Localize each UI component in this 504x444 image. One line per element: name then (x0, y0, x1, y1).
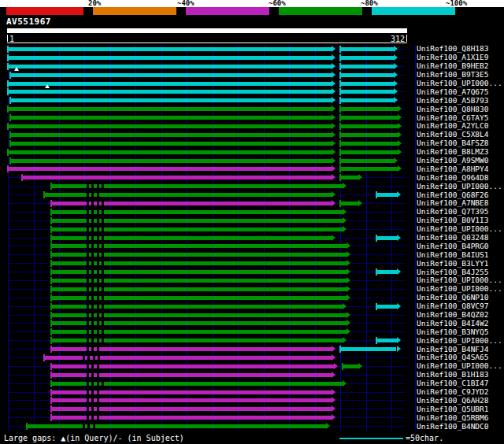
alignment-segment[interactable] (51, 296, 346, 300)
uniref-label[interactable]: UniRef100_B1H183 (417, 371, 489, 379)
alignment-segment[interactable] (376, 339, 397, 342)
uniref-label[interactable]: UniRef100_Q68F26 (417, 191, 489, 199)
alignment-segment[interactable] (8, 56, 332, 60)
uniref-label[interactable]: UniRef100_C9JYD2 (417, 388, 489, 396)
alignment-segment[interactable] (10, 116, 331, 120)
alignment-segment[interactable] (340, 107, 398, 111)
alignment-segment[interactable] (8, 65, 332, 68)
uniref-label[interactable]: UniRef100_Q7T395 (417, 208, 489, 216)
alignment-segment[interactable] (51, 184, 343, 188)
alignment-segment[interactable] (51, 287, 346, 291)
uniref-label[interactable]: UniRef100_B4IUS1 (417, 251, 489, 259)
alignment-segment[interactable] (10, 73, 331, 77)
alignment-segment[interactable] (340, 142, 398, 146)
uniref-label[interactable]: UniRef100_Q5RBM6 (417, 414, 489, 422)
uniref-label[interactable]: UniRef100_C1BI47 (417, 379, 489, 387)
uniref-label[interactable]: UniRef100_UPI000... (417, 276, 502, 284)
uniref-label[interactable]: UniRef100_Q8VC97 (417, 302, 489, 310)
alignment-segment[interactable] (340, 202, 358, 205)
alignment-segment[interactable] (8, 47, 332, 51)
alignment-segment[interactable] (8, 82, 332, 86)
uniref-label[interactable]: UniRef100_Q5UBR1 (417, 405, 489, 413)
uniref-label[interactable]: UniRef100_A1X1E9 (417, 54, 489, 61)
alignment-segment[interactable] (340, 124, 398, 128)
alignment-segment[interactable] (51, 210, 343, 214)
uniref-label[interactable]: UniRef100_Q4SA65 (417, 353, 489, 361)
uniref-label[interactable]: UniRef100_Q8H183 (417, 45, 489, 53)
alignment-segment[interactable] (340, 65, 394, 68)
uniref-label[interactable]: UniRef100_C5X8L4 (417, 131, 489, 139)
uniref-label[interactable]: UniRef100_Q03248 (417, 234, 489, 242)
alignment-segment[interactable] (22, 176, 332, 179)
alignment-segment[interactable] (340, 98, 394, 102)
alignment-segment[interactable] (51, 313, 346, 317)
alignment-segment[interactable] (376, 270, 397, 274)
alignment-segment[interactable] (51, 253, 346, 257)
alignment-segment[interactable] (51, 219, 343, 223)
alignment-segment[interactable] (51, 330, 346, 334)
alignment-segment[interactable] (340, 347, 396, 351)
alignment-segment[interactable] (8, 90, 332, 94)
alignment-segment[interactable] (10, 142, 331, 146)
alignment-segment[interactable] (44, 356, 332, 360)
uniref-label[interactable]: UniRef100_Q964D8 (417, 174, 489, 182)
uniref-label[interactable]: UniRef100_B8LMZ3 (417, 148, 489, 156)
alignment-segment[interactable] (51, 382, 343, 386)
alignment-segment[interactable] (8, 107, 332, 111)
uniref-label[interactable]: UniRef100_B4NFJ4 (417, 346, 489, 353)
alignment-segment[interactable] (10, 98, 331, 102)
uniref-label[interactable]: UniRef100_Q6AH28 (417, 397, 489, 405)
uniref-label[interactable]: UniRef100_A7Q675 (417, 88, 489, 96)
alignment-segment[interactable] (51, 321, 346, 325)
alignment-segment[interactable] (10, 159, 331, 163)
alignment-segment[interactable] (8, 167, 332, 171)
uniref-label[interactable]: UniRef100_B9HEB2 (417, 62, 489, 70)
alignment-segment[interactable] (51, 270, 346, 274)
uniref-label[interactable]: UniRef100_UPI000... (417, 285, 502, 293)
uniref-label[interactable]: UniRef100_A5B793 (417, 97, 489, 105)
alignment-segment[interactable] (340, 56, 394, 60)
alignment-segment[interactable] (340, 90, 394, 94)
alignment-segment[interactable] (343, 364, 358, 368)
alignment-segment[interactable] (10, 133, 331, 137)
uniref-label[interactable]: UniRef100_B4J255 (417, 268, 489, 276)
alignment-segment[interactable] (376, 305, 397, 309)
uniref-label[interactable]: UniRef100_B3NYQ5 (417, 328, 489, 336)
uniref-label[interactable]: UniRef100_B4I4W2 (417, 320, 489, 327)
alignment-segment[interactable] (376, 193, 397, 197)
uniref-label[interactable]: UniRef100_UPI000... (417, 337, 502, 345)
alignment-segment[interactable] (51, 261, 346, 265)
alignment-segment[interactable] (340, 82, 394, 86)
alignment-segment[interactable] (376, 236, 397, 240)
alignment-segment[interactable] (51, 228, 343, 231)
alignment-segment[interactable] (8, 124, 332, 128)
uniref-label[interactable]: UniRef100_B4QZ02 (417, 311, 489, 319)
uniref-label[interactable]: UniRef100_A2YLC0 (417, 122, 489, 130)
alignment-segment[interactable] (340, 116, 398, 120)
uniref-label[interactable]: UniRef100_B4NDC0 (417, 423, 489, 431)
alignment-segment[interactable] (340, 159, 394, 163)
uniref-label[interactable]: UniRef100_UPI000... (417, 80, 502, 87)
uniref-label[interactable]: UniRef100_A8HPY4 (417, 165, 489, 173)
uniref-label[interactable]: UniRef100_Q6NP10 (417, 294, 489, 302)
uniref-label[interactable]: UniRef100_UPI000... (417, 362, 502, 370)
alignment-segment[interactable] (340, 47, 394, 51)
uniref-label[interactable]: UniRef100_B0V1I3 (417, 216, 489, 224)
alignment-segment[interactable] (340, 73, 394, 77)
uniref-label[interactable]: UniRef100_B4FSZ8 (417, 139, 489, 147)
uniref-label[interactable]: UniRef100_B3LYY1 (417, 260, 489, 268)
alignment-segment[interactable] (340, 167, 398, 171)
uniref-label[interactable]: UniRef100_UPI000... (417, 225, 502, 233)
alignment-segment[interactable] (27, 424, 326, 428)
uniref-label[interactable]: UniRef100_C6TAY5 (417, 114, 489, 122)
alignment-segment[interactable] (51, 244, 346, 248)
uniref-label[interactable]: UniRef100_A9SMW0 (417, 157, 489, 165)
uniref-label[interactable]: UniRef100_B9T3E5 (417, 71, 489, 79)
uniref-label[interactable]: UniRef100_UPI000... (417, 183, 502, 191)
uniref-label[interactable]: UniRef100_B4PRG0 (417, 242, 489, 250)
alignment-segment[interactable] (51, 279, 346, 283)
alignment-segment[interactable] (51, 339, 343, 342)
alignment-segment[interactable] (340, 150, 398, 154)
uniref-label[interactable]: UniRef100_Q8H830 (417, 105, 489, 113)
alignment-segment[interactable] (51, 305, 343, 309)
